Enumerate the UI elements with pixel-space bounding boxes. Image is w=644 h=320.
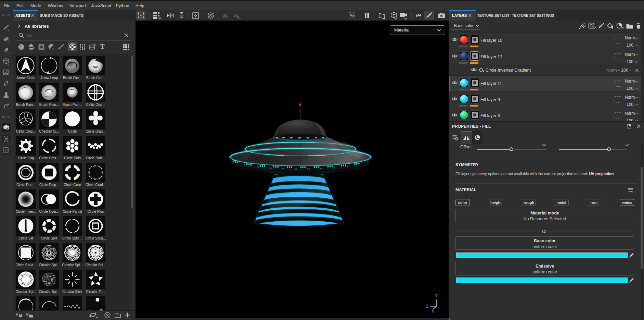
svg-text:Y: Y — [435, 294, 438, 298]
svg-text:Z: Z — [426, 304, 428, 309]
svg-text:X: X — [432, 309, 434, 314]
